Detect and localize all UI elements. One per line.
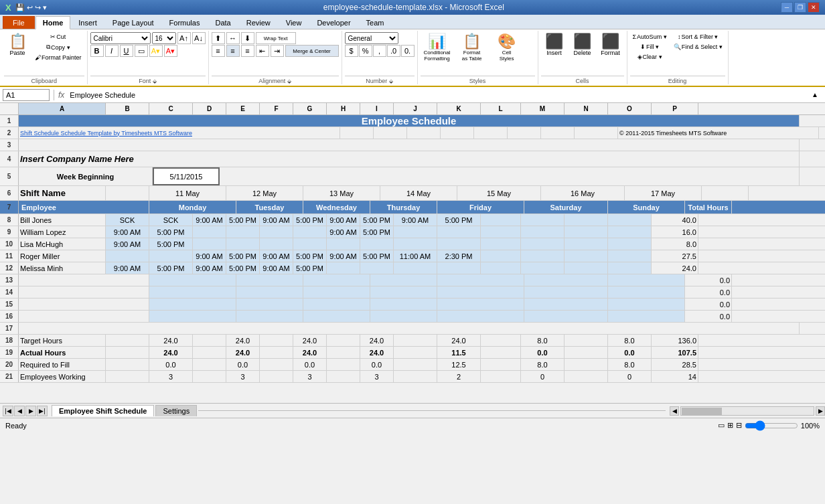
underline-button[interactable]: U bbox=[120, 45, 133, 57]
find-select-button[interactable]: 🔍 Find & Select ▾ bbox=[671, 42, 725, 52]
cell-D18[interactable] bbox=[193, 335, 226, 346]
cell-E19[interactable]: 24.0 bbox=[226, 347, 260, 358]
tab-file[interactable]: File bbox=[3, 16, 35, 29]
cell-C18[interactable]: 24.0 bbox=[149, 335, 193, 346]
cell-G2[interactable] bbox=[508, 127, 541, 139]
currency-button[interactable]: $ bbox=[345, 45, 358, 57]
align-right-button[interactable]: ≡ bbox=[241, 45, 254, 57]
scrollbar-track[interactable] bbox=[680, 406, 814, 416]
decrease-font-button[interactable]: A↓ bbox=[192, 32, 206, 44]
paste-button[interactable]: 📋 Paste bbox=[4, 32, 31, 58]
cell-B8[interactable]: SCK bbox=[106, 214, 149, 226]
cell-B10[interactable]: 9:00 AM bbox=[106, 238, 149, 250]
col-header-M[interactable]: M bbox=[521, 103, 565, 114]
name-box[interactable] bbox=[3, 89, 50, 101]
align-bottom-button[interactable]: ⬇ bbox=[241, 32, 254, 44]
cell-N20[interactable] bbox=[565, 359, 608, 370]
cell-JK16[interactable] bbox=[437, 311, 524, 322]
cell-total19[interactable]: 107.5 bbox=[652, 347, 698, 358]
align-top-button[interactable]: ⬆ bbox=[212, 32, 225, 44]
cell-K19[interactable]: 11.5 bbox=[437, 347, 481, 358]
align-center-button[interactable]: ≡ bbox=[226, 45, 240, 57]
col-header-N[interactable]: N bbox=[565, 103, 608, 114]
cell-E12[interactable]: 5:00 PM bbox=[226, 262, 260, 274]
cell-H8[interactable]: 9:00 AM bbox=[327, 214, 360, 226]
scrollbar-thumb[interactable] bbox=[682, 408, 722, 416]
tab-view[interactable]: View bbox=[279, 16, 309, 29]
cell-total20[interactable]: 28.5 bbox=[652, 359, 698, 370]
cell-total18[interactable]: 136.0 bbox=[652, 335, 698, 346]
cell-NO16[interactable] bbox=[608, 311, 685, 322]
cell-M12[interactable] bbox=[521, 262, 565, 274]
restore-button[interactable]: ❐ bbox=[794, 2, 806, 13]
cell-A3[interactable] bbox=[19, 139, 800, 151]
border-button[interactable]: ▭ bbox=[135, 45, 148, 57]
font-color-button[interactable]: A▾ bbox=[164, 45, 177, 57]
cell-B12[interactable]: 9:00 AM bbox=[106, 262, 149, 274]
font-name-select[interactable]: Calibri bbox=[90, 32, 151, 44]
cell-F2[interactable] bbox=[474, 127, 508, 139]
sheet-prev-button[interactable]: ◀ bbox=[14, 406, 25, 416]
cell-A13[interactable] bbox=[19, 274, 149, 286]
cell-J9[interactable] bbox=[394, 226, 437, 238]
cell-K11[interactable]: 2:30 PM bbox=[437, 250, 481, 262]
cell-G20[interactable]: 0.0 bbox=[293, 359, 327, 370]
cell-J10[interactable] bbox=[394, 238, 437, 250]
cell-I2[interactable] bbox=[575, 127, 618, 139]
cell-I10[interactable] bbox=[360, 238, 394, 250]
cell-FG14[interactable] bbox=[303, 286, 370, 298]
cell-A2[interactable]: Shift Schedule Schedule Template by Time… bbox=[19, 127, 340, 139]
normal-view-icon[interactable]: ▭ bbox=[718, 421, 725, 430]
cell-L12[interactable] bbox=[481, 262, 521, 274]
cell-H18[interactable] bbox=[327, 335, 360, 346]
cell-J12[interactable] bbox=[394, 262, 437, 274]
cell-HI16[interactable] bbox=[370, 311, 437, 322]
cell-A17[interactable] bbox=[19, 323, 800, 334]
cell-M11[interactable] bbox=[521, 250, 565, 262]
cell-O21[interactable]: 0 bbox=[608, 371, 652, 382]
copy-button[interactable]: ⧉ Copy ▾ bbox=[32, 42, 84, 52]
cell-K9[interactable] bbox=[437, 226, 481, 238]
cell-H12[interactable] bbox=[327, 262, 360, 274]
cell-C12[interactable]: 5:00 PM bbox=[149, 262, 193, 274]
sort-filter-button[interactable]: ↕ Sort & Filter ▾ bbox=[671, 32, 725, 41]
cell-N18[interactable] bbox=[565, 335, 608, 346]
cell-C19[interactable]: 24.0 bbox=[149, 347, 193, 358]
cell-LM14[interactable] bbox=[524, 286, 608, 298]
cell-G9[interactable] bbox=[293, 226, 327, 238]
cell-NO15[interactable] bbox=[608, 299, 685, 310]
cell-B19[interactable] bbox=[106, 347, 149, 358]
cell-B11[interactable] bbox=[106, 250, 149, 262]
cell-A12[interactable]: Melissa Minh bbox=[19, 262, 106, 274]
tab-team[interactable]: Team bbox=[359, 16, 392, 29]
cell-I21[interactable]: 3 bbox=[360, 371, 394, 382]
cell-N9[interactable] bbox=[565, 226, 608, 238]
page-layout-view-icon[interactable]: ⊞ bbox=[727, 421, 733, 430]
align-left-button[interactable]: ≡ bbox=[212, 45, 225, 57]
cell-L8[interactable] bbox=[481, 214, 521, 226]
cell-DE14[interactable] bbox=[236, 286, 303, 298]
cell-HI15[interactable] bbox=[370, 299, 437, 310]
cell-F10[interactable] bbox=[260, 238, 293, 250]
cell-K20[interactable]: 12.5 bbox=[437, 359, 481, 370]
cell-L11[interactable] bbox=[481, 250, 521, 262]
cell-G11[interactable]: 5:00 PM bbox=[293, 250, 327, 262]
scroll-right-button[interactable]: ▶ bbox=[816, 406, 825, 416]
cell-total10[interactable]: 8.0 bbox=[652, 238, 698, 250]
cell-A16[interactable] bbox=[19, 311, 149, 322]
cell-D9[interactable] bbox=[193, 226, 226, 238]
indent-decrease-button[interactable]: ⇤ bbox=[256, 45, 269, 57]
cell-L10[interactable] bbox=[481, 238, 521, 250]
tab-home[interactable]: Home bbox=[35, 16, 71, 29]
sheet-last-button[interactable]: ▶| bbox=[37, 406, 48, 416]
cell-M21[interactable]: 0 bbox=[521, 371, 565, 382]
cell-E21[interactable]: 3 bbox=[226, 371, 260, 382]
tab-review[interactable]: Review bbox=[239, 16, 278, 29]
cell-NO14[interactable] bbox=[608, 286, 685, 298]
cell-total13[interactable]: 0.0 bbox=[685, 274, 732, 286]
cell-K21[interactable]: 2 bbox=[437, 371, 481, 382]
cell-BC16[interactable] bbox=[149, 311, 236, 322]
cell-M20[interactable]: 8.0 bbox=[521, 359, 565, 370]
cell-B21[interactable] bbox=[106, 371, 149, 382]
cell-F18[interactable] bbox=[260, 335, 293, 346]
